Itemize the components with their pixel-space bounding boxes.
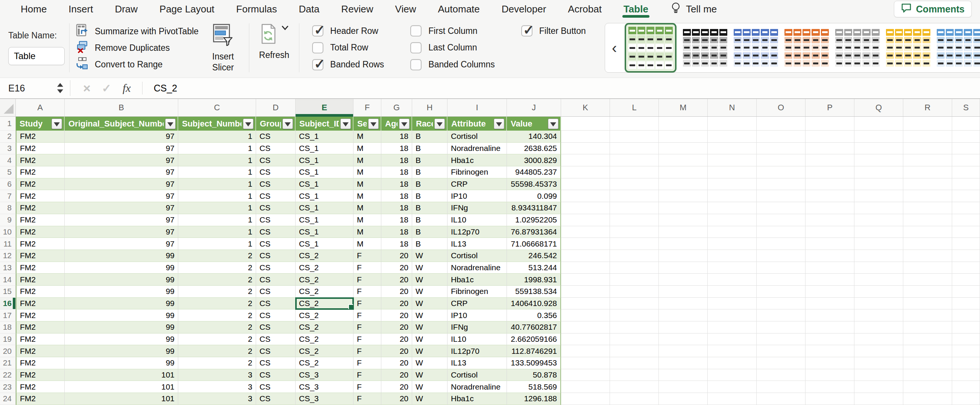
- cell-E10[interactable]: CS_1: [296, 226, 353, 238]
- cell-D14[interactable]: CS: [256, 274, 296, 286]
- cell-B5[interactable]: 97: [65, 166, 178, 179]
- cell-Q21[interactable]: [854, 357, 903, 369]
- cell-L22[interactable]: [610, 369, 659, 381]
- cell-D5[interactable]: CS: [256, 166, 296, 179]
- cell-J2[interactable]: 140.304: [507, 131, 561, 143]
- cell-E14[interactable]: CS_2: [296, 274, 353, 286]
- cell-H15[interactable]: W: [412, 286, 447, 298]
- cell-N16[interactable]: [708, 298, 757, 310]
- cell-M23[interactable]: [659, 381, 708, 393]
- cell-H18[interactable]: W: [412, 321, 447, 333]
- cell-R22[interactable]: [903, 369, 952, 381]
- name-box[interactable]: E16: [0, 78, 70, 98]
- cell-C18[interactable]: 2: [178, 321, 256, 333]
- cell-S3[interactable]: [952, 143, 980, 155]
- cell-H23[interactable]: W: [412, 381, 447, 393]
- menu-tab-review[interactable]: Review: [330, 0, 384, 18]
- cell-I23[interactable]: Noradrenaline: [447, 381, 507, 393]
- cell-K7[interactable]: [561, 190, 610, 202]
- row-header-5[interactable]: 5: [0, 166, 16, 179]
- cell-B12[interactable]: 99: [65, 250, 178, 262]
- cell-R5[interactable]: [903, 166, 952, 179]
- cell-E16[interactable]: CS_2: [296, 298, 353, 310]
- column-header-G[interactable]: G: [381, 99, 412, 116]
- cell-B23[interactable]: 101: [65, 381, 178, 393]
- cell-F21[interactable]: F: [353, 357, 381, 369]
- cell-D6[interactable]: CS: [256, 179, 296, 190]
- cell-O4[interactable]: [757, 154, 805, 166]
- cell-K19[interactable]: [561, 333, 610, 346]
- insert-slicer-button[interactable]: Insert Slicer: [201, 18, 245, 78]
- cell-R4[interactable]: [903, 154, 952, 166]
- cell-M6[interactable]: [659, 179, 708, 190]
- menu-tab-automate[interactable]: Automate: [427, 0, 491, 18]
- cell-G7[interactable]: 18: [381, 190, 412, 202]
- cell-D20[interactable]: CS: [256, 345, 296, 357]
- cell-N3[interactable]: [708, 143, 757, 155]
- cell-I13[interactable]: Noradrenaline: [447, 262, 507, 274]
- cell-E6[interactable]: CS_1: [296, 179, 353, 190]
- cell-M8[interactable]: [659, 202, 708, 214]
- cell-P7[interactable]: [805, 190, 854, 202]
- checkbox-last-column[interactable]: Last Column: [410, 42, 495, 53]
- cell-L8[interactable]: [610, 202, 659, 214]
- cell-G10[interactable]: 18: [381, 226, 412, 238]
- table-style-green[interactable]: [625, 23, 676, 73]
- cell-P4[interactable]: [805, 154, 854, 166]
- cell-J19[interactable]: 2.662059166: [507, 333, 561, 346]
- cell-B16[interactable]: 99: [65, 298, 178, 310]
- column-header-F[interactable]: F: [353, 99, 381, 116]
- cell-S2[interactable]: [952, 131, 980, 143]
- cell-B24[interactable]: 101: [65, 393, 178, 405]
- cell-J18[interactable]: 40.77602817: [507, 321, 561, 333]
- cell-A12[interactable]: FM2: [16, 250, 65, 262]
- cell-E21[interactable]: CS_2: [296, 357, 353, 369]
- cell-O9[interactable]: [757, 214, 805, 226]
- cell-Q24[interactable]: [854, 393, 903, 405]
- filter-button-study[interactable]: [51, 118, 62, 129]
- cell-O21[interactable]: [757, 357, 805, 369]
- cell-S4[interactable]: [952, 154, 980, 166]
- checkbox-banded-rows[interactable]: Banded Rows: [312, 59, 384, 70]
- cell-B6[interactable]: 97: [65, 179, 178, 190]
- row-header-24[interactable]: 24: [0, 393, 16, 405]
- cell-Q15[interactable]: [854, 286, 903, 298]
- cell-S24[interactable]: [952, 393, 980, 405]
- cell-O23[interactable]: [757, 381, 805, 393]
- cell-G4[interactable]: 18: [381, 154, 412, 166]
- cell-A24[interactable]: FM2: [16, 393, 65, 405]
- cell-N1[interactable]: [708, 117, 757, 131]
- cell-O16[interactable]: [757, 298, 805, 310]
- cell-D17[interactable]: CS: [256, 309, 296, 321]
- column-header-A[interactable]: A: [16, 99, 65, 116]
- cell-D23[interactable]: CS: [256, 381, 296, 393]
- cell-J24[interactable]: 1296.188: [507, 393, 561, 405]
- cell-D3[interactable]: CS: [256, 143, 296, 155]
- cell-E13[interactable]: CS_2: [296, 262, 353, 274]
- cell-P6[interactable]: [805, 179, 854, 190]
- cell-O19[interactable]: [757, 333, 805, 346]
- cell-F13[interactable]: F: [353, 262, 381, 274]
- cell-J13[interactable]: 513.244: [507, 262, 561, 274]
- cell-L7[interactable]: [610, 190, 659, 202]
- cell-J15[interactable]: 559138.534: [507, 286, 561, 298]
- cell-K24[interactable]: [561, 393, 610, 405]
- cell-O15[interactable]: [757, 286, 805, 298]
- cell-H3[interactable]: B: [412, 143, 447, 155]
- cell-F11[interactable]: M: [353, 238, 381, 250]
- cell-O3[interactable]: [757, 143, 805, 155]
- cell-B9[interactable]: 97: [65, 214, 178, 226]
- cell-P13[interactable]: [805, 262, 854, 274]
- row-header-15[interactable]: 15: [0, 286, 16, 298]
- row-header-7[interactable]: 7: [0, 190, 16, 202]
- cell-H8[interactable]: B: [412, 202, 447, 214]
- cell-R21[interactable]: [903, 357, 952, 369]
- cell-N10[interactable]: [708, 226, 757, 238]
- enter-icon[interactable]: ✓: [102, 82, 111, 95]
- cell-R1[interactable]: [903, 117, 952, 131]
- column-header-Q[interactable]: Q: [854, 99, 903, 116]
- cell-K21[interactable]: [561, 357, 610, 369]
- column-header-R[interactable]: R: [903, 99, 952, 116]
- cell-M19[interactable]: [659, 333, 708, 346]
- cell-R14[interactable]: [903, 274, 952, 286]
